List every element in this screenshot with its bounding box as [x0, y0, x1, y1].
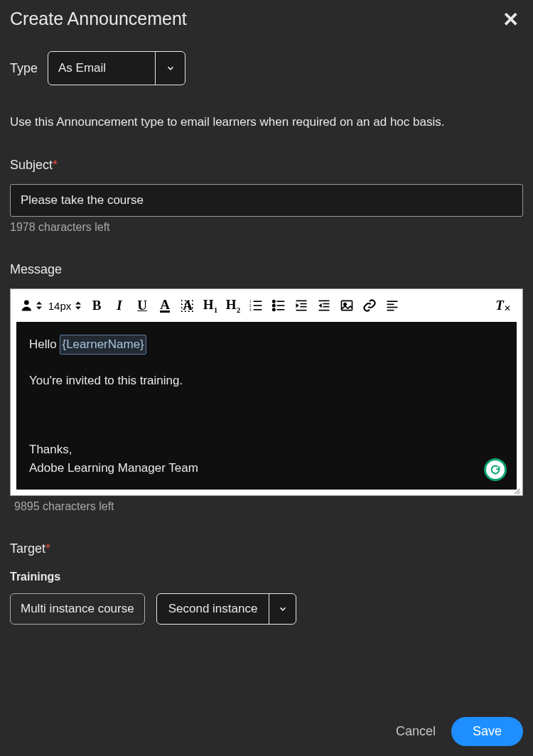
svg-marker-21	[296, 303, 299, 308]
svg-marker-4	[75, 307, 81, 310]
close-icon[interactable]: ✕	[498, 9, 523, 31]
editor-line: Hello {LearnerName}	[29, 335, 504, 355]
heading2-icon[interactable]: H2	[224, 295, 242, 316]
highlight-icon[interactable]: A	[178, 295, 197, 316]
greeting-text: Hello	[29, 338, 60, 351]
modal-actions: Cancel Save	[396, 717, 523, 746]
svg-point-13	[273, 304, 275, 306]
svg-point-11	[273, 301, 275, 303]
message-helper: 9895 characters left	[10, 500, 523, 513]
target-label: Target*	[10, 541, 523, 556]
instance-select-value: Second instance	[157, 602, 269, 616]
svg-marker-26	[319, 303, 322, 308]
svg-marker-1	[36, 301, 42, 304]
italic-icon[interactable]: I	[110, 295, 129, 316]
message-label: Message	[10, 262, 523, 277]
trainings-label: Trainings	[10, 571, 523, 583]
user-placeholder-icon[interactable]	[21, 295, 42, 316]
required-asterisk: *	[45, 541, 50, 556]
editor-toolbar: 14px B I U A A H1 H2 123	[11, 289, 522, 322]
outdent-icon[interactable]	[315, 295, 333, 316]
modal-header: Create Announcement ✕	[10, 9, 523, 31]
subject-helper: 1978 characters left	[10, 221, 523, 234]
type-select[interactable]: As Email	[48, 51, 185, 85]
chevron-down-icon	[269, 594, 296, 624]
type-row: Type As Email	[10, 51, 523, 85]
grammarly-icon[interactable]	[484, 458, 507, 481]
subject-label: Subject*	[10, 158, 523, 173]
training-chips: Multi instance course Second instance	[10, 593, 523, 625]
save-button[interactable]: Save	[451, 717, 523, 746]
font-size-value: 14px	[48, 300, 72, 312]
rich-text-editor: 14px B I U A A H1 H2 123	[10, 288, 523, 496]
heading1-icon[interactable]: H1	[201, 295, 220, 316]
indent-icon[interactable]	[292, 295, 311, 316]
type-description: Use this Announcement type to email lear…	[10, 115, 523, 129]
create-announcement-modal: Create Announcement ✕ Type As Email Use …	[0, 0, 533, 756]
editor-line: Thanks,	[29, 441, 504, 459]
subject-input[interactable]	[10, 184, 523, 217]
subject-section: Subject* 1978 characters left	[10, 158, 523, 234]
learner-name-token[interactable]: {LearnerName}	[60, 335, 146, 355]
svg-point-0	[24, 301, 29, 306]
chevron-down-icon	[155, 52, 185, 85]
link-icon[interactable]	[360, 295, 379, 316]
target-section: Target* Trainings Multi instance course …	[10, 541, 523, 625]
instance-select[interactable]: Second instance	[156, 593, 297, 625]
type-label: Type	[10, 61, 38, 76]
editor-line: Adobe Learning Manager Team	[29, 459, 504, 477]
resize-handle[interactable]	[512, 485, 521, 494]
required-asterisk: *	[53, 158, 58, 172]
image-icon[interactable]	[338, 295, 356, 316]
svg-point-15	[273, 308, 275, 310]
svg-marker-3	[75, 301, 81, 304]
bold-icon[interactable]: B	[87, 295, 106, 316]
subject-label-text: Subject	[10, 158, 53, 172]
align-icon[interactable]	[383, 295, 402, 316]
unordered-list-icon[interactable]	[269, 295, 288, 316]
underline-icon[interactable]: U	[133, 295, 151, 316]
message-section: Message 14px B I U A A H1 H2 123	[10, 262, 523, 513]
training-chip[interactable]: Multi instance course	[10, 593, 145, 625]
ordered-list-icon[interactable]: 123	[247, 295, 265, 316]
target-label-text: Target	[10, 541, 45, 556]
svg-text:3: 3	[249, 308, 252, 312]
text-color-icon[interactable]: A	[156, 295, 174, 316]
font-size-select[interactable]: 14px	[46, 295, 83, 316]
editor-textarea[interactable]: Hello {LearnerName} You're invited to th…	[16, 322, 517, 490]
svg-point-28	[344, 303, 346, 306]
type-select-value: As Email	[48, 52, 155, 85]
svg-marker-2	[36, 307, 42, 310]
cancel-button[interactable]: Cancel	[396, 724, 436, 739]
clear-format-icon[interactable]: T✕	[494, 295, 512, 316]
modal-title: Create Announcement	[10, 9, 187, 29]
chip-label: Multi instance course	[21, 602, 134, 616]
editor-line: You're invited to this training.	[29, 372, 504, 390]
